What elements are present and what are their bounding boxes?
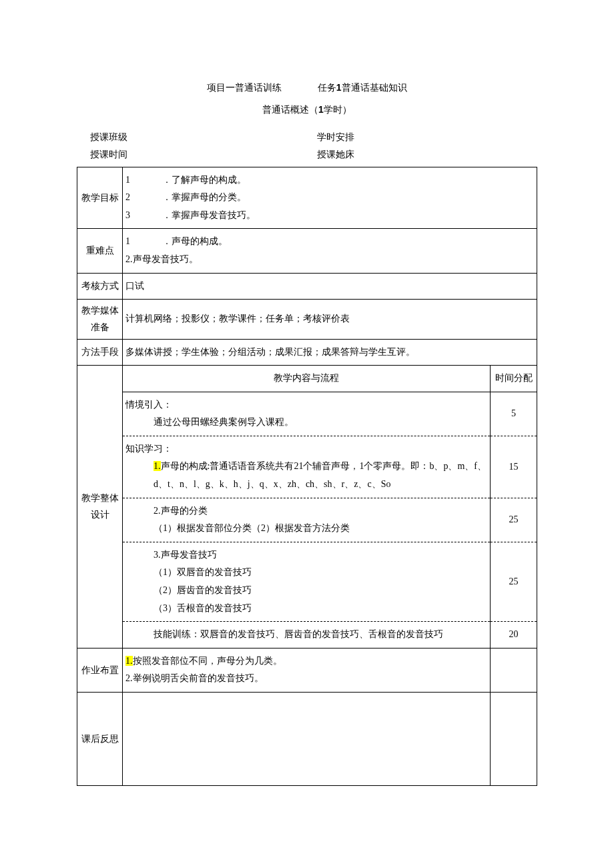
homework-label: 作业布置 (77, 648, 123, 692)
location-label: 授课她床 (317, 147, 354, 162)
row-assessment: 考核方式 口试 (77, 273, 537, 300)
design-label: 教学整体设计 (77, 366, 123, 648)
row-homework: 作业布置 1.按照发音部位不同，声母分为几类。 2.举例说明舌尖前音的发音技巧。 (77, 648, 537, 692)
homework-line1: 按照发音部位不同，声母分为几类。 (133, 656, 282, 666)
kp-num-1: 1 (125, 233, 162, 251)
section-4-time: 25 (491, 542, 537, 621)
goal-text-3: ．掌握声母发音技巧。 (162, 207, 256, 225)
method-label: 方法手段 (77, 339, 123, 366)
subtitle-num: 1 (318, 104, 324, 115)
subtitle: 普通话概述（1学时） (77, 102, 537, 117)
section-5-content: 技能训练：双唇音的发音技巧、唇齿音的发音技巧、舌根音的发音技巧 (123, 622, 491, 648)
row-method: 方法手段 多媒体讲授；学生体验；分组活动；成果汇报；成果答辩与学生互评。 (77, 339, 537, 366)
subtitle-pre: 普通话概述（ (262, 105, 318, 115)
schedule-label: 学时安排 (317, 130, 354, 145)
media-label: 教学媒体准备 (77, 300, 123, 339)
section-4-line1: 3.声母发音技巧 (125, 546, 487, 564)
goal-content: 1．了解声母的构成。 2．掌握声母的分类。 3．掌握声母发音技巧。 (123, 167, 537, 229)
assess-value: 口试 (123, 273, 537, 300)
goal-text-2: ．掌握声母的分类。 (162, 189, 246, 207)
homework-content: 1.按照发音部位不同，声母分为几类。 2.举例说明舌尖前音的发音技巧。 (123, 648, 491, 692)
homework-line1-wrap: 1.按照发音部位不同，声母分为几类。 (125, 653, 487, 671)
section-1-content: 情境引入： 通过公母田螺经典案例导入课程。 (123, 392, 491, 436)
goal-num-3: 3 (125, 207, 162, 225)
time-header: 时间分配 (491, 366, 537, 392)
row-keypoints: 重难点 1．声母的构成。 2.声母发音技巧。 (77, 229, 537, 273)
row-section-1: 情境引入： 通过公母田螺经典案例导入课程。 5 (77, 392, 537, 436)
section-2-heading: 知识学习： (125, 440, 487, 458)
row-content-header: 教学整体设计 教学内容与流程 时间分配 (77, 366, 537, 392)
homework-line2: 2.举例说明舌尖前音的发音技巧。 (125, 670, 487, 688)
row-section-5: 技能训练：双唇音的发音技巧、唇齿音的发音技巧、舌根音的发音技巧 20 (77, 622, 537, 648)
task-label: 任务 (318, 83, 336, 93)
subtitle-post: 学时） (324, 105, 352, 115)
reflect-time (491, 693, 537, 786)
goal-num-1: 1 (125, 171, 162, 189)
kp-line-2: 2.声母发音技巧。 (125, 251, 534, 269)
method-value: 多媒体讲授；学生体验；分组活动；成果汇报；成果答辩与学生互评。 (123, 339, 537, 366)
section-4-line4: （3）舌根音的发音技巧 (125, 600, 487, 618)
section-2-content: 知识学习： 1.声母的构成:普通话语音系统共有21个辅音声母，1个零声母。即：b… (123, 436, 491, 498)
title-line: 项目一普通话训练 任务1普通话基础知识 (77, 80, 537, 95)
section-1-heading: 情境引入： (125, 396, 487, 414)
row-reflection: 课后反思 (77, 693, 537, 786)
homework-hl: 1. (125, 656, 133, 666)
keypoint-content: 1．声母的构成。 2.声母发音技巧。 (123, 229, 537, 273)
section-2-body: 声母的构成:普通话语音系统共有21个辅音声母，1个零声母。即：b、p、m、f、d… (154, 461, 487, 489)
section-2-time: 15 (491, 436, 537, 498)
row-section-3: 2.声母的分类 （1）根据发音部位分类（2）根据发音方法分类 25 (77, 498, 537, 542)
task-number: 1 (336, 82, 342, 93)
section-2-body-wrap: 1.声母的构成:普通话语音系统共有21个辅音声母，1个零声母。即：b、p、m、f… (125, 458, 487, 493)
section-5-time: 20 (491, 622, 537, 648)
lesson-plan-table: 教学目标 1．了解声母的构成。 2．掌握声母的分类。 3．掌握声母发音技巧。 重… (77, 167, 537, 786)
keypoint-label: 重难点 (77, 229, 123, 273)
row-media: 教学媒体准备 计算机网络；投影仪；教学课件；任务单；考核评价表 (77, 300, 537, 339)
content-header: 教学内容与流程 (123, 366, 491, 392)
row-section-4: 3.声母发音技巧 （1）双唇音的发音技巧 （2）唇齿音的发音技巧 （3）舌根音的… (77, 542, 537, 621)
goal-text-1: ．了解声母的构成。 (162, 171, 246, 189)
section-4-line2: （1）双唇音的发音技巧 (125, 564, 487, 582)
assess-label: 考核方式 (77, 273, 123, 300)
class-label: 授课班级 (90, 130, 317, 145)
goal-num-2: 2 (125, 189, 162, 207)
kp-text-1: ．声母的构成。 (162, 233, 228, 251)
goal-label: 教学目标 (77, 167, 123, 229)
section-4-line3: （2）唇齿音的发音技巧 (125, 582, 487, 600)
reflect-label: 课后反思 (77, 693, 123, 786)
section-3-content: 2.声母的分类 （1）根据发音部位分类（2）根据发音方法分类 (123, 498, 491, 542)
media-value: 计算机网络；投影仪；教学课件；任务单；考核评价表 (123, 300, 537, 339)
time-label: 授课时间 (90, 147, 317, 162)
header-row-2: 授课时间 授课她床 (77, 147, 537, 162)
section-2-hl: 1. (154, 461, 161, 471)
section-3-line1: 2.声母的分类 (125, 502, 487, 520)
project-title: 项目一普通话训练 (207, 81, 282, 95)
section-1-body: 通过公母田螺经典案例导入课程。 (125, 414, 487, 432)
reflect-content (123, 693, 491, 786)
task-name: 普通话基础知识 (342, 83, 407, 93)
row-section-2: 知识学习： 1.声母的构成:普通话语音系统共有21个辅音声母，1个零声母。即：b… (77, 436, 537, 498)
section-4-content: 3.声母发音技巧 （1）双唇音的发音技巧 （2）唇齿音的发音技巧 （3）舌根音的… (123, 542, 491, 621)
row-goals: 教学目标 1．了解声母的构成。 2．掌握声母的分类。 3．掌握声母发音技巧。 (77, 167, 537, 229)
section-3-time: 25 (491, 498, 537, 542)
section-5-body: 技能训练：双唇音的发音技巧、唇齿音的发音技巧、舌根音的发音技巧 (125, 626, 487, 644)
section-3-line2: （1）根据发音部位分类（2）根据发音方法分类 (125, 520, 487, 538)
section-1-time: 5 (491, 392, 537, 436)
homework-time (491, 648, 537, 692)
header-row-1: 授课班级 学时安排 (77, 130, 537, 145)
